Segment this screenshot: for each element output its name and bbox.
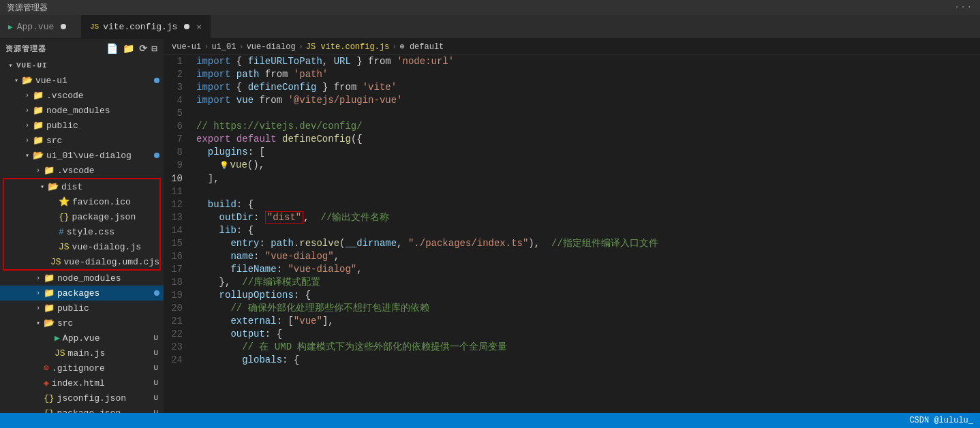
line-content (194, 185, 980, 198)
js-icon: JS (59, 242, 70, 252)
line-content: // 确保外部化处理那些你不想打包进库的依赖 (194, 302, 980, 315)
sync-dot (154, 78, 159, 83)
item-label: package.json (72, 212, 159, 222)
json-icon: {} (44, 408, 55, 414)
new-file-icon[interactable]: 📄 (106, 43, 119, 55)
dirty-label: U (153, 409, 164, 413)
breadcrumb-part-3: vue-dialog (247, 42, 296, 52)
ico-icon: ⭐ (59, 196, 70, 207)
folder-arrow: › (33, 305, 44, 312)
item-label: vue-dialog.js (72, 242, 159, 252)
line-content: entry: path.resolve(__dirname, "./packag… (194, 237, 980, 250)
code-line-10: 10 ], (164, 172, 980, 185)
line-content: external: ["vue"], (194, 315, 980, 328)
line-content: 💡vue(), (194, 159, 980, 172)
code-line-11: 11 (164, 185, 980, 198)
line-content: globals: { (194, 354, 980, 367)
line-number: 14 (164, 224, 194, 237)
item-label: .vscode (57, 166, 164, 176)
line-number: 12 (164, 198, 194, 211)
sidebar-item-dist[interactable]: ▾ 📂 dist (4, 179, 159, 194)
code-line-18: 18 }, //库编译模式配置 (164, 276, 980, 289)
sidebar-item-src-2[interactable]: ▾ 📂 src (0, 316, 164, 331)
js-icon: JS (55, 348, 65, 358)
more-actions-button[interactable]: ··· (954, 3, 973, 12)
sidebar-item-main-js[interactable]: JS main.js U (0, 346, 164, 361)
sidebar-item-vscode-1[interactable]: › 📁 .vscode (0, 88, 164, 103)
sidebar-item-vue-dialog-umd[interactable]: JS vue-dialog.umd.cjs (4, 254, 159, 269)
item-label: node_modules (57, 273, 164, 284)
line-number: 11 (164, 185, 194, 198)
line-number: 18 (164, 276, 194, 289)
code-line-4: 4 import vue from '@vitejs/plugin-vue' (164, 94, 980, 107)
dirty-label: U (153, 334, 164, 342)
editor-content[interactable]: 1 import { fileURLToPath, URL } from 'no… (164, 55, 980, 413)
item-label: index.html (52, 378, 154, 388)
sidebar-item-public-2[interactable]: › 📁 public (0, 301, 164, 316)
item-label: App.vue (63, 333, 154, 343)
new-folder-icon[interactable]: 📁 (123, 43, 135, 55)
line-content: import { defineConfig } from 'vite' (194, 81, 980, 94)
sidebar-item-packages[interactable]: › 📁 packages (0, 286, 164, 301)
sidebar-item-index-html[interactable]: ◈ index.html U (0, 376, 164, 391)
item-label: src (57, 318, 164, 328)
sidebar-item-vue-dialog-js[interactable]: JS vue-dialog.js (4, 239, 159, 254)
item-label: .gitignore (52, 363, 154, 373)
dirty-label: U (153, 349, 164, 357)
line-number: 22 (164, 328, 194, 341)
item-label: public (46, 121, 164, 131)
sidebar-item-node-modules-2[interactable]: › 📁 node_modules (0, 271, 164, 286)
code-line-24: 24 globals: { (164, 354, 980, 367)
folder-icon: 📁 (33, 120, 44, 131)
sidebar-item-package-json-dist[interactable]: {} package.json (4, 209, 159, 224)
tab-close-button[interactable]: ✕ (196, 22, 201, 32)
tab-label-app-vue: App.vue (17, 22, 55, 32)
root-label: VUE-UI (16, 61, 48, 70)
sidebar-item-jsconfig[interactable]: {} jsconfig.json U (0, 391, 164, 406)
sidebar-item-package-json[interactable]: {} package.json U (0, 406, 164, 413)
sidebar-item-vue-ui[interactable]: ▾ 📂 vue-ui (0, 73, 164, 88)
js-icon: JS (50, 257, 61, 267)
line-content: rollupOptions: { (194, 289, 980, 302)
folder-icon: 📁 (44, 273, 55, 284)
tab-vite-config[interactable]: JS vite.config.js ✕ (82, 15, 211, 38)
line-content: import vue from '@vitejs/plugin-vue' (194, 94, 980, 107)
code-table: 1 import { fileURLToPath, URL } from 'no… (164, 55, 980, 367)
folder-icon: 📂 (44, 318, 55, 328)
collapse-icon[interactable]: ⊟ (152, 43, 158, 55)
line-content: import path from 'path' (194, 68, 980, 81)
folder-arrow: ▾ (33, 319, 44, 327)
editor-area: vue-ui › ui_01 › vue-dialog › JS vite.co… (164, 39, 980, 413)
line-number: 5 (164, 107, 194, 120)
item-label: vue-dialog.umd.cjs (64, 257, 159, 267)
line-content: fileName: "vue-dialog", (194, 263, 980, 276)
sidebar-item-vue-dialog[interactable]: ▾ 📂 ui_01\vue-dialog (0, 148, 164, 163)
folder-icon: 📂 (33, 150, 44, 161)
sidebar-item-favicon[interactable]: ⭐ favicon.ico (4, 194, 159, 209)
sidebar-item-vscode-2[interactable]: › 📁 .vscode (0, 163, 164, 178)
code-line-2: 2 import path from 'path' (164, 68, 980, 81)
folder-arrow: › (22, 107, 33, 114)
sidebar-item-src-1[interactable]: › 📁 src (0, 133, 164, 148)
attribution: CSDN @lululu_ (909, 416, 973, 425)
code-line-19: 19 rollupOptions: { (164, 289, 980, 302)
sync-dot (154, 290, 159, 296)
sidebar-item-app-vue[interactable]: ▶ App.vue U (0, 331, 164, 346)
folder-icon: 📁 (44, 288, 55, 299)
sidebar-item-public-1[interactable]: › 📁 public (0, 118, 164, 133)
line-number: 9 (164, 159, 194, 172)
tree-root-label: ▾ VUE-UI (0, 58, 164, 73)
line-content: build: { (194, 198, 980, 211)
refresh-icon[interactable]: ⟳ (139, 43, 148, 55)
vue-icon: ▶ (55, 333, 60, 343)
line-content (194, 107, 980, 120)
sidebar-item-gitignore[interactable]: ⊙ .gitignore U (0, 361, 164, 376)
sidebar-item-style-css[interactable]: # style.css (4, 224, 159, 239)
line-content: plugins: [ (194, 146, 980, 159)
sidebar-item-node-modules-1[interactable]: › 📁 node_modules (0, 103, 164, 118)
folder-arrow: › (22, 92, 33, 100)
item-label: .vscode (46, 91, 164, 101)
tab-app-vue[interactable]: ▶ App.vue (0, 15, 82, 38)
line-number: 13 (164, 211, 194, 224)
folder-icon: 📁 (33, 105, 44, 116)
